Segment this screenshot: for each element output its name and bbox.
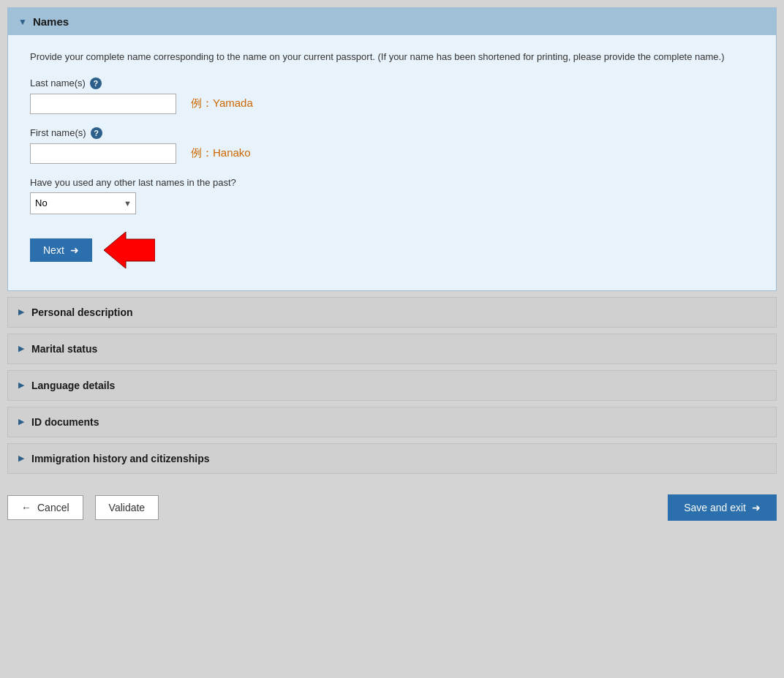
last-name-example: 例：Yamada [191,97,253,110]
personal-description-section[interactable]: ▶ Personal description [7,297,777,328]
language-details-title: Language details [31,380,115,391]
cancel-arrow-icon: ← [21,502,31,513]
immigration-history-title: Immigration history and citizenships [31,453,209,464]
save-exit-button[interactable]: Save and exit ➜ [668,494,777,521]
names-section-content: Provide your complete name corresponding… [8,35,776,290]
save-exit-arrow-icon: ➜ [752,502,761,513]
expand-chevron-icon: ▶ [18,417,24,426]
last-name-row: 例：Yamada [30,94,754,114]
first-name-help-icon[interactable]: ? [91,127,102,139]
expand-chevron-icon: ▶ [18,344,24,353]
other-last-names-select-wrapper: No Yes ▼ [30,192,136,214]
validate-button[interactable]: Validate [95,495,159,520]
id-documents-header[interactable]: ▶ ID documents [8,407,776,437]
other-last-names-group: Have you used any other last names in th… [30,177,754,214]
personal-description-header[interactable]: ▶ Personal description [8,298,776,327]
marital-status-header[interactable]: ▶ Marital status [8,334,776,364]
names-section: ▼ Names Provide your complete name corre… [7,7,777,291]
first-name-label: First name(s) ? [30,127,754,139]
names-section-header[interactable]: ▼ Names [8,8,776,35]
id-documents-title: ID documents [31,416,99,428]
other-last-names-label: Have you used any other last names in th… [30,177,754,188]
immigration-history-section[interactable]: ▶ Immigration history and citizenships [7,443,777,474]
last-name-input[interactable] [30,94,176,114]
marital-status-title: Marital status [31,343,97,355]
first-name-row: 例：Hanako [30,143,754,164]
last-name-help-icon[interactable]: ? [90,78,102,89]
last-name-group: Last name(s) ? 例：Yamada [30,78,754,114]
personal-description-title: Personal description [31,306,132,318]
first-name-group: First name(s) ? 例：Hanako [30,127,754,164]
language-details-section[interactable]: ▶ Language details [7,370,777,401]
language-details-header[interactable]: ▶ Language details [8,371,776,400]
other-last-names-select[interactable]: No Yes [30,192,136,214]
svg-marker-0 [104,232,155,268]
page-container: ▼ Names Provide your complete name corre… [7,7,777,530]
immigration-history-header[interactable]: ▶ Immigration history and citizenships [8,444,776,473]
id-documents-section[interactable]: ▶ ID documents [7,407,777,437]
first-name-input[interactable] [30,143,176,164]
names-section-title: Names [33,15,69,28]
expand-chevron-icon: ▶ [18,380,24,390]
first-name-example: 例：Hanako [191,146,251,160]
next-arrow-icon: ➜ [70,244,79,256]
names-description: Provide your complete name corresponding… [30,50,754,64]
bottom-bar: ← Cancel Validate Save and exit ➜ [7,486,777,530]
next-button-row: Next ➜ [30,232,754,268]
expand-chevron-icon: ▶ [18,307,24,317]
red-arrow-annotation [104,232,155,268]
collapse-chevron-icon: ▼ [18,17,27,27]
marital-status-section[interactable]: ▶ Marital status [7,334,777,364]
expand-chevron-icon: ▶ [18,453,24,463]
last-name-label: Last name(s) ? [30,78,754,89]
next-button[interactable]: Next ➜ [30,238,92,262]
cancel-button[interactable]: ← Cancel [7,495,83,520]
